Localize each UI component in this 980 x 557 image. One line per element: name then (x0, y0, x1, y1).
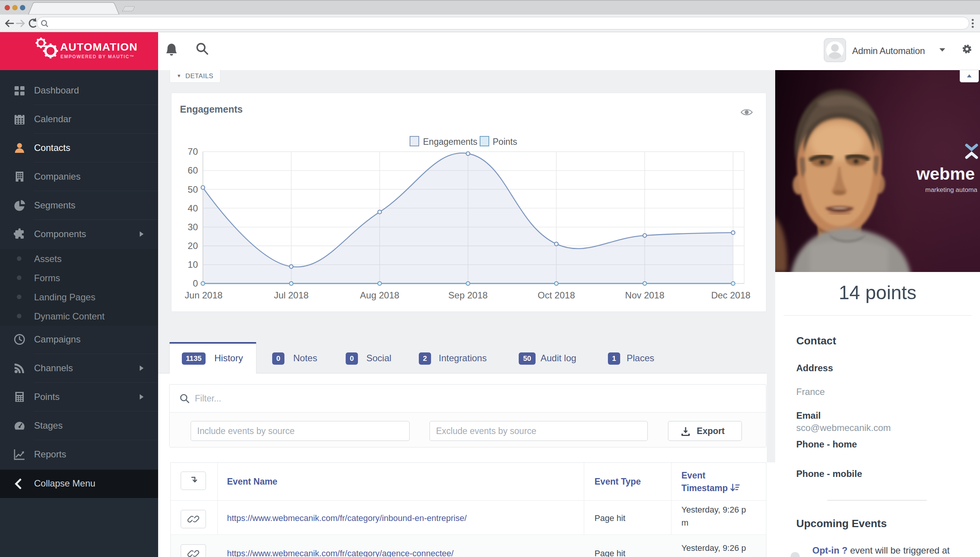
svg-text:Points: Points (493, 137, 517, 147)
svg-text:Jun 2018: Jun 2018 (185, 290, 223, 300)
svg-text:Jul 2018: Jul 2018 (274, 290, 309, 300)
svg-text:EMPOWERED BY MAUTIC™: EMPOWERED BY MAUTIC™ (60, 54, 135, 59)
svg-text:70: 70 (188, 146, 198, 157)
svg-text:60: 60 (188, 165, 198, 175)
svg-text:Sep 2018: Sep 2018 (448, 290, 488, 300)
svg-text:20: 20 (188, 241, 198, 251)
svg-text:Oct 2018: Oct 2018 (538, 290, 575, 300)
svg-text:webme: webme (916, 164, 975, 183)
svg-text:AUTOMATION: AUTOMATION (60, 41, 138, 53)
svg-text:marketing automa: marketing automa (925, 186, 978, 193)
svg-text:Aug 2018: Aug 2018 (360, 290, 399, 300)
svg-text:Engagements: Engagements (423, 137, 477, 147)
svg-text:50: 50 (188, 184, 198, 195)
svg-text:10: 10 (188, 259, 198, 270)
svg-text:40: 40 (188, 203, 198, 213)
svg-text:0: 0 (193, 278, 198, 288)
svg-text:Dec 2018: Dec 2018 (711, 290, 751, 300)
svg-text:30: 30 (188, 222, 198, 232)
svg-text:Nov 2018: Nov 2018 (625, 290, 665, 300)
